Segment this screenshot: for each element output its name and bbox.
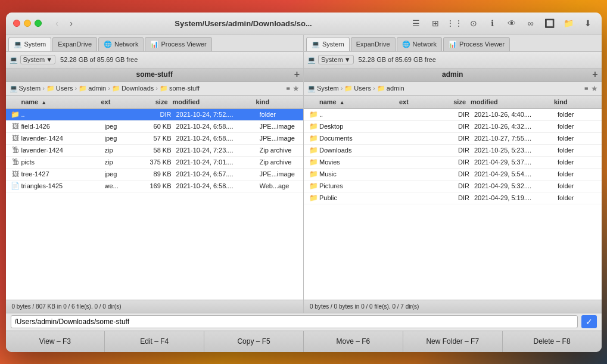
main-window: ‹ › System/Users/admin/Downloads/so... ☰… xyxy=(6,13,602,352)
bottom-toolbar: View – F3 Edit – F4 Copy – F5 Move – F6 … xyxy=(6,331,602,352)
left-tab-process[interactable]: 📊 Process Viewer xyxy=(145,37,211,51)
table-row[interactable]: 📄 triangles-1425 we... 169 KB 2021-10-24… xyxy=(6,181,304,192)
folder-icon[interactable]: 📁 xyxy=(562,17,575,30)
close-button[interactable] xyxy=(13,20,20,27)
clip-icon[interactable]: 🔲 xyxy=(543,17,556,30)
forward-button[interactable]: › xyxy=(66,17,77,29)
file-modified: 2021-10-24, 7:23.... xyxy=(176,147,260,154)
file-name: .. xyxy=(319,111,403,118)
bc-admin-left[interactable]: 📁 admin xyxy=(79,85,106,92)
maximize-button[interactable] xyxy=(35,20,42,27)
left-col-modified[interactable]: modified xyxy=(173,98,256,105)
column-view-icon[interactable]: ⊞ xyxy=(429,17,442,30)
left-col-size[interactable]: size xyxy=(131,98,173,105)
right-tab-process[interactable]: 📊 Process Viewer xyxy=(443,37,510,51)
table-row[interactable]: 📁 Downloads DIR 2021-10-25, 5:23.... fol… xyxy=(304,145,602,157)
right-tab-system[interactable]: 💻 System xyxy=(306,37,350,51)
file-name: Downloads xyxy=(319,147,403,154)
table-row[interactable]: 📁 Pictures DIR 2021-04-29, 5:32.... fold… xyxy=(304,181,602,192)
folder-bc-icon-1: 📁 xyxy=(46,85,55,92)
toggle-icon[interactable]: ⊙ xyxy=(467,17,480,30)
file-kind: Web...age xyxy=(260,182,304,189)
bc-users-left[interactable]: 📁 Users xyxy=(46,85,73,92)
table-row[interactable]: 📁 Documents DIR 2021-10-27, 7:55.... fol… xyxy=(304,133,602,145)
sort-arrow-icon: ▲ xyxy=(41,99,46,105)
file-size: DIR xyxy=(432,170,474,178)
left-add-tab-button[interactable]: + xyxy=(294,70,300,79)
table-row[interactable]: 📁 Movies DIR 2021-04-29, 5:37.... folder xyxy=(304,157,602,169)
left-col-ext[interactable]: ext xyxy=(101,98,131,105)
table-row[interactable]: 🖼 field-1426 jpeg 60 KB 2021-10-24, 6:58… xyxy=(6,121,304,133)
left-col-kind[interactable]: kind xyxy=(256,98,304,105)
left-drive-select[interactable]: System ▼ xyxy=(20,55,56,64)
eye-icon[interactable]: 👁 xyxy=(505,17,518,30)
path-go-button[interactable]: ✓ xyxy=(581,315,597,328)
right-col-kind[interactable]: kind xyxy=(554,98,602,105)
edit-button[interactable]: Edit – F4 xyxy=(105,331,204,352)
file-type-icon: 📁 xyxy=(307,122,319,130)
right-drive-select[interactable]: System ▼ xyxy=(318,55,354,64)
left-tab-network[interactable]: 🌐 Network xyxy=(98,37,144,51)
folder-bc-icon-4: 📁 xyxy=(160,85,168,92)
right-pane: 💻 System ExpanDrive 🌐 Network 📊 Process … xyxy=(304,35,602,313)
copy-button[interactable]: Copy – F5 xyxy=(204,331,304,352)
toolbar-icons: ☰ ⊞ ⋮⋮ ⊙ ℹ 👁 ∞ 🔲 📁 ⬇ xyxy=(410,17,594,30)
file-name: picts xyxy=(21,158,105,166)
move-button[interactable]: Move – F6 xyxy=(304,331,403,352)
left-tab-system[interactable]: 💻 System xyxy=(8,37,52,51)
right-favorite-icon[interactable]: ★ xyxy=(591,84,598,93)
left-col-name[interactable]: name ▲ xyxy=(6,98,101,105)
table-row[interactable]: 🖼 lavender-1424 jpeg 57 KB 2021-10-24, 6… xyxy=(6,133,304,145)
file-kind: folder xyxy=(558,147,602,154)
bc-sep-r2: › xyxy=(373,85,375,92)
system-bc-icon-r: 💻 xyxy=(307,85,316,92)
right-add-tab-button[interactable]: + xyxy=(592,70,597,79)
traffic-lights xyxy=(13,20,42,27)
left-disk-info: 52.28 GB of 85.69 GB free xyxy=(60,56,138,63)
grid-view-icon[interactable]: ⋮⋮ xyxy=(448,17,461,30)
file-ext: zip xyxy=(105,158,135,166)
table-row[interactable]: 📁 Music DIR 2021-04-29, 5:54.... folder xyxy=(304,169,602,181)
file-modified: 2021-04-29, 5:37.... xyxy=(474,158,558,166)
left-view-toggle-icon[interactable]: ≡ xyxy=(287,85,290,92)
table-row[interactable]: 🖼 tree-1427 jpeg 89 KB 2021-10-24, 6:57.… xyxy=(6,169,304,181)
table-row[interactable]: 📁 .. DIR 2021-10-24, 7:52.... folder xyxy=(6,109,304,121)
bc-system-left[interactable]: 💻 System xyxy=(10,85,41,92)
right-tab-network[interactable]: 🌐 Network xyxy=(397,37,442,51)
new-folder-button[interactable]: New Folder – F7 xyxy=(403,331,503,352)
minimize-button[interactable] xyxy=(24,20,31,27)
file-modified: 2021-10-24, 7:01.... xyxy=(176,158,260,166)
folder-bc-icon-r2: 📁 xyxy=(377,85,385,92)
table-row[interactable]: 📁 Desktop DIR 2021-10-26, 4:32.... folde… xyxy=(304,121,602,133)
system-icon: 💻 xyxy=(14,41,22,48)
view-button[interactable]: View – F3 xyxy=(6,331,105,352)
bc-system-right[interactable]: 💻 System xyxy=(307,85,339,92)
right-tab-expandrive[interactable]: ExpanDrive xyxy=(351,37,396,51)
info-icon[interactable]: ℹ xyxy=(486,17,499,30)
bc-downloads-left[interactable]: 📁 Downloads xyxy=(112,85,154,92)
bc-somestuff-left[interactable]: 📁 some-stuff xyxy=(160,85,200,92)
left-favorite-icon[interactable]: ★ xyxy=(292,84,300,93)
right-col-size[interactable]: size xyxy=(429,98,471,105)
right-col-modified[interactable]: modified xyxy=(471,98,554,105)
delete-button[interactable]: Delete – F8 xyxy=(503,331,602,352)
path-input[interactable] xyxy=(11,315,578,328)
right-status-bar: 0 bytes / 0 bytes in 0 / 0 file(s). 0 / … xyxy=(304,300,602,313)
list-view-icon[interactable]: ☰ xyxy=(410,17,423,30)
back-button[interactable]: ‹ xyxy=(51,17,63,29)
link-icon[interactable]: ∞ xyxy=(524,17,537,30)
bc-admin-right[interactable]: 📁 admin xyxy=(377,85,404,92)
table-row[interactable]: 🗜 picts zip 375 KB 2021-10-24, 7:01.... … xyxy=(6,157,304,169)
right-disk-info: 52.28 GB of 85.69 GB free xyxy=(359,56,436,63)
download-icon[interactable]: ⬇ xyxy=(581,17,594,30)
system-icon-right: 💻 xyxy=(312,41,320,48)
table-row[interactable]: 🗜 lavender-1424 zip 58 KB 2021-10-24, 7:… xyxy=(6,145,304,157)
left-tab-expandrive[interactable]: ExpanDrive xyxy=(52,37,97,51)
right-view-toggle-icon[interactable]: ≡ xyxy=(584,85,588,92)
right-col-ext[interactable]: ext xyxy=(399,98,429,105)
right-col-name[interactable]: name ▲ xyxy=(304,98,399,105)
bc-users-right[interactable]: 📁 Users xyxy=(344,85,371,92)
left-drive-bar: 💻 System ▼ 52.28 GB of 85.69 GB free xyxy=(6,52,304,69)
table-row[interactable]: 📁 Public DIR 2021-04-29, 5:19.... folder xyxy=(304,192,602,204)
table-row[interactable]: 📁 .. DIR 2021-10-26, 4:40.... folder xyxy=(304,109,602,121)
